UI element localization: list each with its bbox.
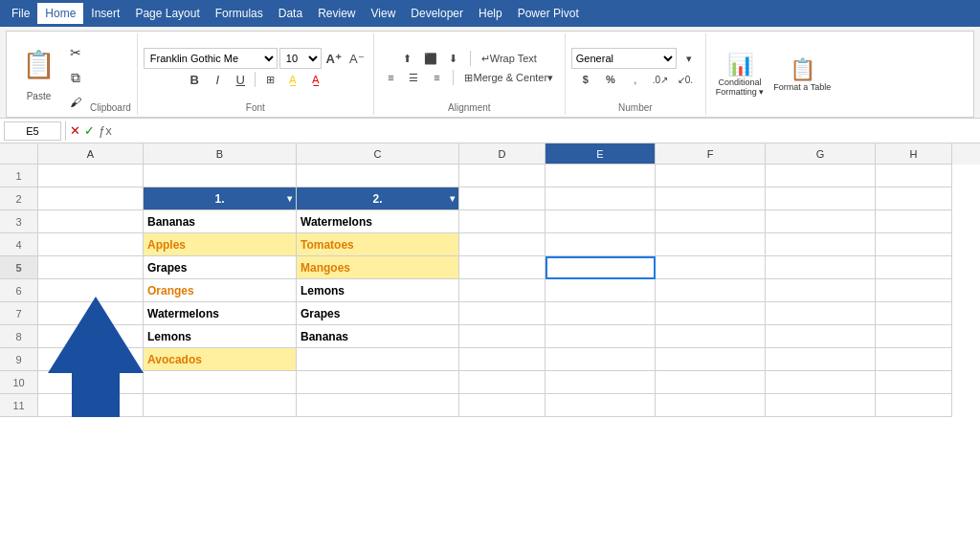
cell-c9[interactable] — [297, 348, 459, 371]
cell-e5[interactable] — [546, 256, 656, 279]
row-header-9[interactable]: 9 — [0, 348, 38, 371]
cell-g11[interactable] — [766, 394, 876, 417]
cell-h10[interactable] — [876, 371, 952, 394]
cell-d1[interactable] — [459, 165, 546, 187]
cell-e1[interactable] — [546, 165, 656, 187]
row-header-11[interactable]: 11 — [0, 394, 38, 417]
cell-b4[interactable]: Apples — [144, 233, 297, 256]
cell-f7[interactable] — [656, 302, 766, 325]
cell-f6[interactable] — [656, 279, 766, 302]
cell-d3[interactable] — [459, 210, 546, 233]
cell-c11[interactable] — [297, 394, 459, 417]
row-header-4[interactable]: 4 — [0, 233, 38, 256]
align-left-button[interactable]: ≡ — [380, 69, 401, 86]
cell-b3[interactable]: Bananas — [144, 210, 297, 233]
cell-c6[interactable]: Lemons — [297, 279, 459, 302]
cell-a2[interactable] — [38, 187, 144, 210]
cell-h9[interactable] — [876, 348, 952, 371]
menu-review[interactable]: Review — [310, 3, 363, 24]
cell-d2[interactable] — [459, 187, 546, 210]
cell-a1[interactable] — [38, 165, 144, 187]
row-header-8[interactable]: 8 — [0, 325, 38, 348]
cell-d7[interactable] — [459, 302, 546, 325]
cell-f2[interactable] — [656, 187, 766, 210]
col-header-d[interactable]: D — [459, 143, 546, 165]
b2-dropdown[interactable]: ▾ — [287, 193, 292, 204]
font-color-button[interactable]: A̲ — [305, 71, 326, 88]
cell-c8[interactable]: Bananas — [297, 325, 459, 348]
cell-g5[interactable] — [766, 256, 876, 279]
cell-g2[interactable] — [766, 187, 876, 210]
c2-dropdown[interactable]: ▾ — [450, 193, 455, 204]
font-size-inc-button[interactable]: A⁺ — [323, 50, 345, 67]
cell-c3[interactable]: Watermelons — [297, 210, 459, 233]
format-painter-button[interactable]: 🖌 — [63, 92, 88, 113]
row-header-2[interactable]: 2 — [0, 187, 38, 210]
format-table-button[interactable]: 📋 Format a Table — [769, 54, 835, 96]
menu-page-layout[interactable]: Page Layout — [127, 3, 207, 24]
cancel-formula-icon[interactable]: ✕ — [70, 123, 80, 138]
align-right-button[interactable]: ≡ — [426, 69, 447, 86]
merge-center-button[interactable]: ⊞ Merge & Center ▾ — [459, 69, 558, 86]
cell-g1[interactable] — [766, 165, 876, 187]
menu-formulas[interactable]: Formulas — [208, 3, 271, 24]
cell-d5[interactable] — [459, 256, 546, 279]
col-header-h[interactable]: H — [876, 143, 952, 165]
cut-button[interactable]: ✂ — [63, 41, 88, 64]
col-header-g[interactable]: G — [766, 143, 876, 165]
comma-button[interactable]: , — [625, 71, 646, 88]
cell-g3[interactable] — [766, 210, 876, 233]
fill-color-button[interactable]: A̲ — [282, 71, 303, 88]
cell-a3[interactable] — [38, 210, 144, 233]
font-size-dec-button[interactable]: A⁻ — [346, 50, 368, 67]
cell-f10[interactable] — [656, 371, 766, 394]
menu-file[interactable]: File — [4, 3, 37, 24]
cell-c1[interactable] — [297, 165, 459, 187]
cell-a9[interactable] — [38, 348, 144, 371]
cell-c7[interactable]: Grapes — [297, 302, 459, 325]
cell-f3[interactable] — [656, 210, 766, 233]
row-header-5[interactable]: 5 — [0, 256, 38, 279]
formula-input[interactable] — [116, 121, 976, 141]
dollar-button[interactable]: $ — [575, 71, 596, 88]
cell-e7[interactable] — [546, 302, 656, 325]
cell-h4[interactable] — [876, 233, 952, 256]
bold-button[interactable]: B — [184, 71, 205, 88]
cell-a8[interactable] — [38, 325, 144, 348]
col-header-c[interactable]: C — [297, 143, 459, 165]
cell-d11[interactable] — [459, 394, 546, 417]
cell-b1[interactable] — [144, 165, 297, 187]
cell-d6[interactable] — [459, 279, 546, 302]
cell-c10[interactable] — [297, 371, 459, 394]
menu-developer[interactable]: Developer — [403, 3, 471, 24]
cell-f11[interactable] — [656, 394, 766, 417]
cell-a7[interactable] — [38, 302, 144, 325]
cell-a4[interactable] — [38, 233, 144, 256]
decimal-inc-button[interactable]: .0↗ — [650, 71, 671, 88]
align-middle-button[interactable]: ⬛ — [420, 50, 441, 67]
percent-button[interactable]: % — [600, 71, 621, 88]
menu-home[interactable]: Home — [37, 3, 83, 24]
font-size-select[interactable]: 10 — [279, 48, 322, 69]
cell-h5[interactable] — [876, 256, 952, 279]
font-name-select[interactable]: Franklin Gothic Me — [144, 48, 278, 69]
align-bottom-button[interactable]: ⬇ — [443, 50, 464, 67]
cell-h1[interactable] — [876, 165, 952, 187]
decimal-dec-button[interactable]: ↙0. — [675, 71, 696, 88]
cell-d10[interactable] — [459, 371, 546, 394]
cell-e10[interactable] — [546, 371, 656, 394]
menu-power-pivot[interactable]: Power Pivot — [510, 3, 587, 24]
align-center-button[interactable]: ☰ — [403, 69, 424, 86]
col-header-f[interactable]: F — [656, 143, 766, 165]
cell-d4[interactable] — [459, 233, 546, 256]
menu-insert[interactable]: Insert — [83, 3, 127, 24]
cell-f8[interactable] — [656, 325, 766, 348]
cell-h8[interactable] — [876, 325, 952, 348]
cell-e2[interactable] — [546, 187, 656, 210]
cell-g8[interactable] — [766, 325, 876, 348]
cell-d8[interactable] — [459, 325, 546, 348]
confirm-formula-icon[interactable]: ✓ — [84, 123, 95, 138]
cell-f1[interactable] — [656, 165, 766, 187]
merge-dropdown-icon[interactable]: ▾ — [547, 72, 553, 84]
cell-b10[interactable] — [144, 371, 297, 394]
